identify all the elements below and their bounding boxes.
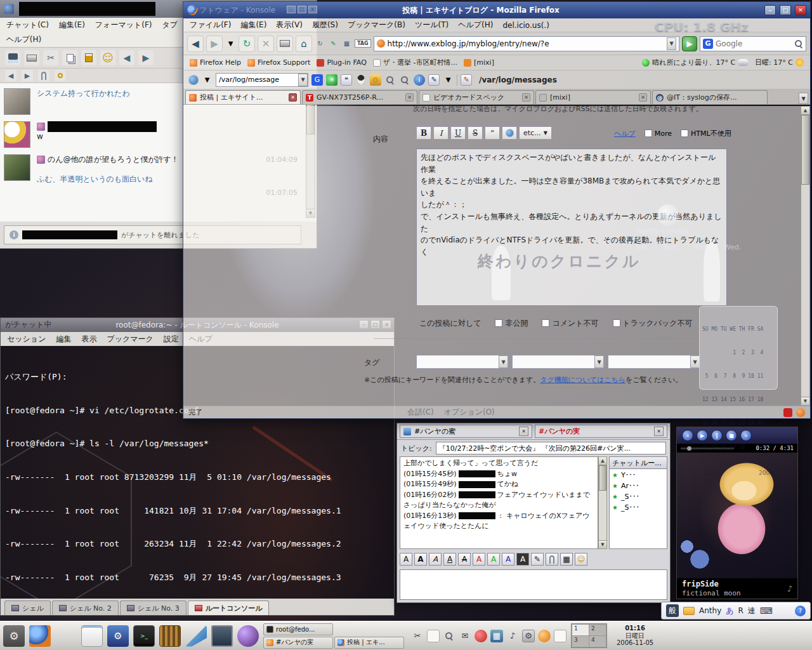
reload-button[interactable]: ↻ bbox=[239, 36, 255, 52]
keyboard-icon[interactable]: ⌨ bbox=[760, 606, 773, 616]
tab-atit-syslog[interactable]: @@IT：syslogの保存... bbox=[652, 90, 768, 104]
compose-dropdown-icon[interactable]: ▼ bbox=[443, 74, 454, 85]
scroll-up-icon[interactable]: ▲ bbox=[599, 457, 606, 465]
menu-tools[interactable]: ツール(T) bbox=[415, 20, 449, 30]
emoticon-button[interactable]: ☺ bbox=[100, 50, 115, 65]
irc-input-field[interactable] bbox=[400, 569, 667, 600]
scroll-down-icon[interactable]: ▼ bbox=[801, 397, 809, 405]
bookmark-firefox-help[interactable]: Firefox Help bbox=[190, 58, 241, 67]
task-konsole[interactable]: root@fedo... bbox=[263, 623, 333, 635]
weather-forecast[interactable]: 日曜: 17° C bbox=[755, 58, 804, 67]
pager-desktop-4[interactable]: 4 bbox=[589, 636, 606, 647]
notes-icon[interactable] bbox=[427, 630, 440, 642]
bookmark-firefox-support[interactable]: Firefox Support bbox=[247, 58, 310, 67]
irc-scrollbar[interactable]: ▲ ▼ bbox=[598, 456, 607, 549]
format-a-button[interactable]: A bbox=[400, 553, 412, 566]
topic-input[interactable] bbox=[436, 442, 666, 454]
kde-launcher-icon[interactable]: ⚙ bbox=[107, 625, 129, 647]
link-button[interactable] bbox=[502, 126, 517, 140]
juk-icon[interactable]: ♪ bbox=[506, 630, 519, 642]
brush-icon[interactable]: ✎ bbox=[461, 74, 472, 86]
close-tab-icon[interactable]: ✕ bbox=[289, 93, 297, 102]
konqueror-launcher-icon[interactable] bbox=[55, 625, 77, 647]
tab-shell-3[interactable]: シェル No. 3 bbox=[120, 600, 187, 615]
menu-bookmarks[interactable]: ブックマーク(B) bbox=[348, 20, 405, 30]
kopete-launcher-icon[interactable] bbox=[185, 625, 207, 647]
user-item[interactable]: ★Y･･･ bbox=[612, 471, 664, 479]
close-tab-icon[interactable]: ✕ bbox=[522, 93, 530, 102]
menu-delicious[interactable]: del.icio.us(.) bbox=[502, 21, 549, 30]
key-icon[interactable] bbox=[370, 74, 381, 86]
ime-roman-button[interactable]: R bbox=[738, 606, 743, 615]
print-button[interactable] bbox=[277, 36, 293, 52]
body-textarea[interactable]: 先ほどのポストでディスクスペースがやばいと書きましたが、なんとかインストール作業… bbox=[417, 149, 726, 305]
minimize-icon[interactable]: – bbox=[764, 5, 776, 15]
play-button[interactable]: ▶ bbox=[697, 430, 708, 441]
display-launcher-icon[interactable] bbox=[211, 625, 233, 647]
menu-tabs[interactable]: タブ bbox=[162, 20, 178, 30]
history-dropdown-icon[interactable]: ▼ bbox=[225, 38, 236, 49]
firefox-launcher-icon[interactable] bbox=[29, 625, 51, 647]
task-irc[interactable]: #パンヤの実 bbox=[263, 637, 333, 649]
ime-kana-button[interactable]: あ bbox=[726, 606, 733, 616]
path-combo-input[interactable] bbox=[216, 76, 298, 84]
close-tab-icon[interactable]: ✕ bbox=[639, 93, 647, 102]
menu-history[interactable]: 履歴(S) bbox=[312, 20, 338, 30]
prev-button[interactable]: ◀ bbox=[5, 70, 16, 81]
forward-button[interactable]: ▶ bbox=[206, 36, 223, 52]
search-input[interactable] bbox=[716, 39, 792, 48]
tag-extension-icon[interactable]: TAG bbox=[355, 39, 371, 48]
mail-icon[interactable]: ✉ bbox=[459, 630, 471, 642]
user-item[interactable]: ★_S･･･ bbox=[612, 503, 664, 512]
strike-button[interactable]: S bbox=[468, 126, 483, 140]
back-button[interactable]: ◀ bbox=[119, 50, 134, 65]
no-comment-checkbox[interactable]: コメント不可 bbox=[542, 318, 598, 329]
back-button[interactable]: ◀ bbox=[187, 36, 204, 52]
irc-message-area[interactable]: 上部かでしまく帰って」って思って言うだ (01時15分45秒)ちょw (01時1… bbox=[400, 456, 598, 549]
ime-dict-icon[interactable] bbox=[683, 607, 695, 615]
extension-status-icon[interactable] bbox=[796, 408, 805, 417]
more-checkbox[interactable]: More bbox=[645, 129, 672, 138]
menu-view[interactable]: 表示 bbox=[81, 334, 96, 345]
format-bold-button[interactable]: A bbox=[414, 553, 427, 566]
tab-shell-2[interactable]: シェル No. 2 bbox=[52, 600, 119, 615]
format-italic-button[interactable]: A bbox=[429, 553, 442, 566]
tab-gv-nx73t[interactable]: TGV-NX73T256P-R...✕ bbox=[302, 90, 417, 104]
help-link[interactable]: ヘルプ bbox=[614, 129, 636, 138]
menu-chat[interactable]: チャット(C) bbox=[6, 20, 49, 30]
menu-session[interactable]: セッション bbox=[7, 334, 46, 345]
previous-button[interactable]: « bbox=[682, 430, 693, 441]
stop-button[interactable]: ✕ bbox=[258, 36, 274, 52]
userlist-header[interactable]: チャットルー... bbox=[609, 456, 667, 469]
tab-root-console[interactable]: ルートコンソール bbox=[188, 600, 270, 615]
search-icon[interactable] bbox=[384, 74, 396, 86]
office-launcher-icon[interactable] bbox=[159, 625, 181, 647]
menu-edit[interactable]: 編集 bbox=[56, 334, 71, 345]
flower-icon[interactable]: ✳ bbox=[326, 74, 337, 86]
settings-tray-icon[interactable]: ⚙ bbox=[522, 630, 535, 642]
globe-icon[interactable] bbox=[188, 75, 199, 85]
pager-desktop-2[interactable]: 2 bbox=[589, 625, 606, 635]
adblock-icon[interactable] bbox=[783, 408, 792, 417]
pause-button[interactable]: ‖ bbox=[711, 430, 723, 441]
editor-launcher-icon[interactable] bbox=[81, 625, 103, 647]
desktop-share-icon[interactable]: ▦ bbox=[490, 630, 503, 642]
combo-dropdown-icon[interactable]: ▼ bbox=[499, 355, 508, 368]
zoom-icon[interactable] bbox=[399, 74, 410, 86]
globe-dropdown-icon[interactable]: ▼ bbox=[202, 74, 213, 85]
format-color-blue-button[interactable]: A bbox=[502, 553, 514, 566]
moon-launcher-icon[interactable] bbox=[237, 625, 259, 647]
channel-tab-mi[interactable]: #パンヤの実 ✕ bbox=[535, 425, 667, 438]
bold-button[interactable]: B bbox=[416, 126, 431, 140]
emoticon-button[interactable]: ☺ bbox=[575, 553, 587, 566]
tab-extension-icon[interactable]: ▦ bbox=[341, 38, 352, 49]
format-strike-button[interactable]: A bbox=[458, 553, 471, 566]
italic-button[interactable]: I bbox=[433, 126, 449, 140]
organizer-icon[interactable] bbox=[554, 630, 566, 642]
grid-button[interactable]: ▦ bbox=[560, 553, 573, 566]
scroll-down-icon[interactable]: ▼ bbox=[599, 540, 606, 548]
firefox-titlebar[interactable]: 投稿 | エキサイトブログ - Mozilla Firefox – □ ✕ bbox=[183, 2, 810, 18]
quote-button[interactable]: “ bbox=[485, 126, 500, 140]
update-alert-icon[interactable] bbox=[475, 630, 487, 642]
bookmark-the-senkyo[interactable]: ザ・選挙 -市区町村情... bbox=[373, 58, 457, 67]
